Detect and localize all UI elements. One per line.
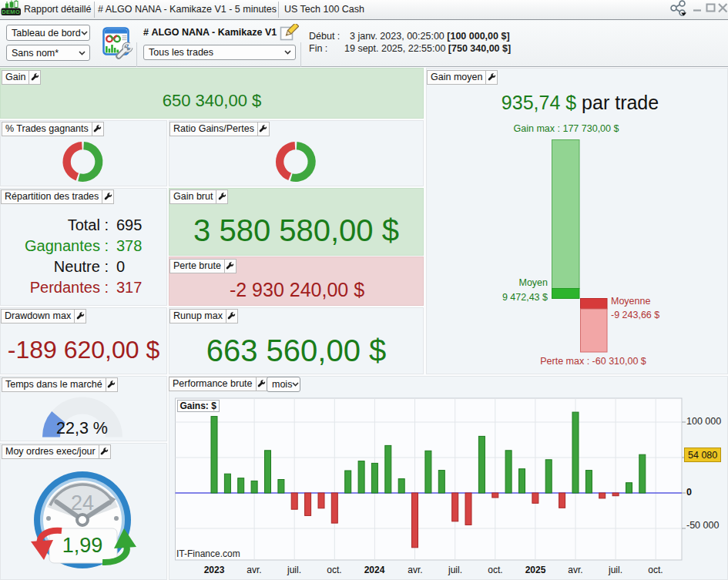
- svg-text:24: 24: [71, 491, 94, 515]
